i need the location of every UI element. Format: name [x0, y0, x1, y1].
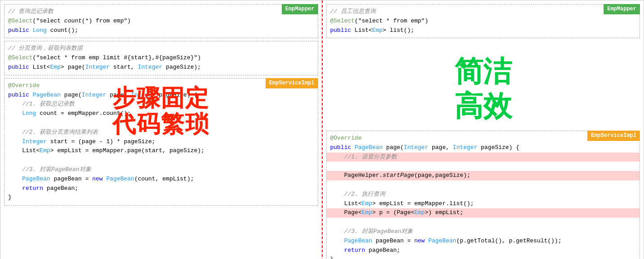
simple-efficient-text: 简洁 高效 — [323, 41, 644, 128]
right-code1: // 员工信息查询 @Select("select * from emp") p… — [330, 7, 636, 35]
right-panel: EmpMapper // 员工信息查询 @Select("select * fr… — [323, 0, 644, 259]
right-section1: EmpMapper // 员工信息查询 @Select("select * fr… — [326, 4, 640, 38]
left-badge1: EmpMapper — [282, 4, 318, 14]
right-section2: EmpServiceImpl @Override public PageBean… — [326, 131, 640, 259]
left-code1: // 查询总记录数 @Select("select count(*) from … — [8, 7, 314, 35]
code-line: @Select("select count(*) from emp") — [8, 18, 131, 24]
right-badge1: EmpMapper — [604, 4, 640, 14]
right-code2: @Override public PageBean page(Integer p… — [330, 134, 636, 259]
left-code3: @Override public PageBean page(Integer p… — [8, 81, 314, 202]
left-section3-wrapper: 步骤固定 代码繁琐 EmpServiceImpl @Override publi… — [0, 78, 322, 206]
left-section2: // 分页查询，获取列表数据 @Select("select * from em… — [4, 41, 318, 75]
left-badge3: EmpServiceImpl — [266, 78, 318, 88]
left-section3: EmpServiceImpl @Override public PageBean… — [4, 78, 318, 206]
code-line: public Long count(); — [8, 27, 78, 34]
comment: // 查询总记录数 — [8, 8, 53, 15]
simple-text-line1: 简洁 — [323, 54, 644, 89]
simple-text-line2: 高效 — [323, 89, 644, 123]
right-badge2: EmpServiceImpl — [587, 131, 640, 141]
left-code2: // 分页查询，获取列表数据 @Select("select * from em… — [8, 44, 314, 72]
main-content: EmpMapper // 查询总记录数 @Select("select coun… — [0, 0, 644, 259]
left-section1: EmpMapper // 查询总记录数 @Select("select coun… — [4, 4, 318, 38]
left-panel: EmpMapper // 查询总记录数 @Select("select coun… — [0, 0, 323, 259]
